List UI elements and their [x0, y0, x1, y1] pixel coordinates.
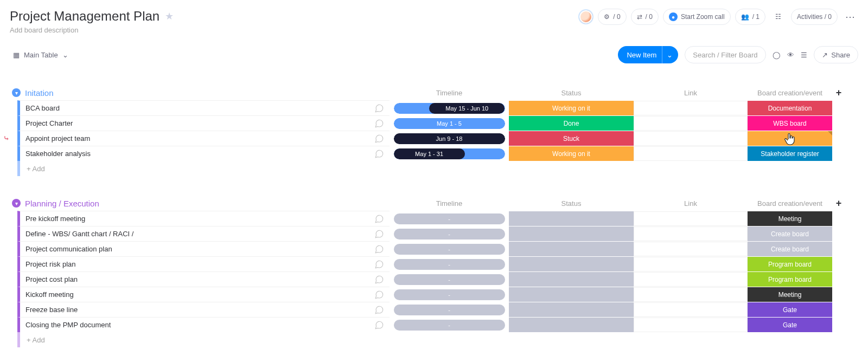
- board-creation-cell[interactable]: Program board: [748, 271, 832, 287]
- board-creation-cell[interactable]: [748, 131, 832, 146]
- link-cell[interactable]: [634, 131, 748, 146]
- chevron-down-icon[interactable]: ⌄: [662, 46, 673, 63]
- share-button[interactable]: ↗ Share: [814, 46, 858, 63]
- automations-pill[interactable]: ⚙ / 0: [598, 9, 626, 25]
- board-description[interactable]: Add board description: [10, 26, 174, 34]
- timeline-cell[interactable]: -: [390, 226, 509, 241]
- add-column-icon[interactable]: +: [832, 86, 845, 99]
- board-creation-cell[interactable]: Meeting: [748, 287, 832, 302]
- members-pill[interactable]: 👥 / 1: [735, 9, 765, 25]
- conversation-icon[interactable]: [374, 275, 384, 284]
- item-name-cell[interactable]: Project Charter: [17, 115, 390, 131]
- link-cell[interactable]: [634, 271, 748, 287]
- search-input[interactable]: Search / Filter Board: [685, 46, 766, 63]
- add-item-row[interactable]: + Add: [17, 161, 858, 176]
- link-cell[interactable]: [634, 256, 748, 271]
- status-cell[interactable]: [509, 317, 634, 332]
- activities-pill[interactable]: Activities / 0: [791, 9, 838, 25]
- avatar[interactable]: [578, 9, 593, 24]
- timeline-cell[interactable]: May 15 - Jun 10: [390, 100, 509, 115]
- board-creation-cell[interactable]: Create board: [748, 241, 832, 256]
- item-name-cell[interactable]: BCA board: [17, 100, 390, 115]
- board-creation-cell[interactable]: WBS board: [748, 115, 832, 131]
- link-cell[interactable]: [634, 241, 748, 256]
- item-name-cell[interactable]: Define - WBS/ Gantt chart / RACI /: [17, 226, 390, 241]
- status-cell[interactable]: [509, 226, 634, 241]
- hide-columns-icon[interactable]: 👁: [787, 51, 794, 59]
- item-name-cell[interactable]: Pre kickoff meeting: [17, 211, 390, 226]
- more-menu-icon[interactable]: ⋯: [842, 11, 858, 23]
- link-cell[interactable]: [634, 226, 748, 241]
- link-cell[interactable]: [634, 146, 748, 161]
- collapse-icon[interactable]: ▾: [12, 199, 21, 208]
- item-name-cell[interactable]: Appoint project team: [17, 131, 390, 146]
- board-creation-cell[interactable]: Gate: [748, 317, 832, 332]
- view-selector[interactable]: ▦ Main Table ⌄: [10, 49, 72, 61]
- conversation-icon[interactable]: [374, 260, 384, 269]
- column-header-boardcreation[interactable]: Board creation/event: [748, 89, 832, 97]
- person-filter-icon[interactable]: ◯: [773, 51, 781, 59]
- status-cell[interactable]: [509, 302, 634, 317]
- board-creation-cell[interactable]: Documentation: [748, 100, 832, 115]
- item-name-cell[interactable]: Freeze base line: [17, 302, 390, 317]
- conversation-icon[interactable]: [374, 103, 384, 113]
- link-cell[interactable]: [634, 317, 748, 332]
- item-name-cell[interactable]: Stakeholder analysis: [17, 146, 390, 161]
- status-cell[interactable]: Done: [509, 115, 634, 131]
- status-cell[interactable]: Working on it: [509, 100, 634, 115]
- column-header-status[interactable]: Status: [509, 89, 634, 97]
- timeline-cell[interactable]: -: [390, 302, 509, 317]
- column-header-timeline[interactable]: Timeline: [390, 89, 509, 97]
- conversation-icon[interactable]: [374, 290, 384, 300]
- collapse-icon[interactable]: ▾: [12, 88, 21, 97]
- board-creation-cell[interactable]: Meeting: [748, 211, 832, 226]
- group-title[interactable]: Initation: [25, 88, 54, 98]
- column-header-status[interactable]: Status: [509, 199, 634, 208]
- zoom-button[interactable]: ● Start Zoom call: [663, 9, 731, 25]
- group-title[interactable]: Planning / Execution: [25, 199, 99, 208]
- conversation-icon[interactable]: [374, 320, 384, 330]
- board-creation-cell[interactable]: Gate: [748, 302, 832, 317]
- conversation-icon[interactable]: [374, 229, 384, 239]
- conversation-icon[interactable]: [374, 149, 384, 159]
- integrations-pill[interactable]: ⇄ / 0: [631, 9, 659, 25]
- add-column-icon[interactable]: +: [832, 197, 845, 210]
- conversation-icon[interactable]: [374, 305, 384, 315]
- add-item-row[interactable]: + Add: [17, 332, 858, 347]
- timeline-cell[interactable]: -: [390, 211, 509, 226]
- status-cell[interactable]: [509, 271, 634, 287]
- item-name-cell[interactable]: Project risk plan: [17, 256, 390, 271]
- board-creation-cell[interactable]: Program board: [748, 256, 832, 271]
- link-cell[interactable]: [634, 115, 748, 131]
- timeline-cell[interactable]: -: [390, 271, 509, 287]
- timeline-cell[interactable]: -: [390, 317, 509, 332]
- conversation-icon[interactable]: [374, 134, 384, 144]
- new-item-button[interactable]: New Item ⌄: [618, 46, 678, 63]
- board-title[interactable]: Project Management Plan: [10, 9, 159, 24]
- timeline-cell[interactable]: May 1 - 31: [390, 146, 509, 161]
- board-creation-cell[interactable]: Create board: [748, 226, 832, 241]
- column-header-timeline[interactable]: Timeline: [390, 199, 509, 208]
- filter-icon[interactable]: ☰: [801, 51, 807, 59]
- star-icon[interactable]: ★: [165, 10, 174, 22]
- column-header-link[interactable]: Link: [634, 199, 748, 208]
- status-cell[interactable]: [509, 256, 634, 271]
- item-name-cell[interactable]: Kickoff meeting: [17, 287, 390, 302]
- board-creation-cell[interactable]: Stakeholder register: [748, 146, 832, 161]
- timeline-cell[interactable]: May 1 - 5: [390, 115, 509, 131]
- link-cell[interactable]: [634, 211, 748, 226]
- item-name-cell[interactable]: Closing the PMP document: [17, 317, 390, 332]
- conversation-icon[interactable]: [374, 119, 384, 128]
- status-cell[interactable]: [509, 211, 634, 226]
- item-name-cell[interactable]: Project cost plan: [17, 271, 390, 287]
- conversation-icon[interactable]: [374, 244, 384, 254]
- status-cell[interactable]: [509, 287, 634, 302]
- link-cell[interactable]: [634, 287, 748, 302]
- column-header-link[interactable]: Link: [634, 89, 748, 97]
- timeline-cell[interactable]: -: [390, 256, 509, 271]
- status-cell[interactable]: Working on it: [509, 146, 634, 161]
- link-cell[interactable]: [634, 302, 748, 317]
- conversation-icon[interactable]: [374, 214, 384, 224]
- column-header-boardcreation[interactable]: Board creation/event: [748, 199, 832, 208]
- favorites-button[interactable]: ☷: [770, 9, 787, 25]
